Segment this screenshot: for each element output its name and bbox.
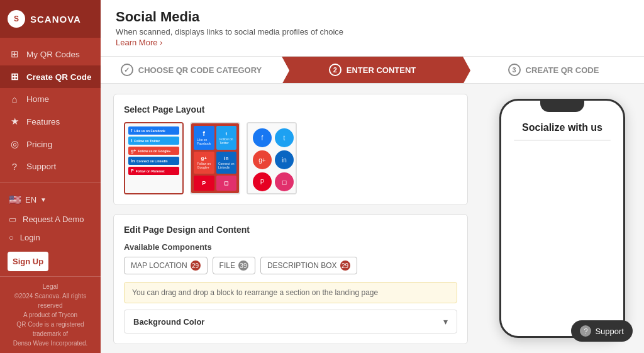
sidebar-logo: S SCANOVA (0, 0, 101, 38)
sidebar-item-label: Support (26, 162, 56, 171)
social-row-li: inConnect on LinkedIn (128, 157, 179, 165)
sidebar-item-label: My QR Codes (26, 50, 80, 59)
page-title: Social Media (116, 9, 629, 25)
l3-cell-ig: ◻ (275, 172, 294, 191)
step-3-label: CREATE QR CODE (526, 65, 599, 75)
file-badge: 39 (238, 261, 248, 271)
sidebar: S SCANOVA ⊞ My QR Codes ⊞ Create QR Code… (0, 0, 101, 353)
support-icon: ? (9, 161, 20, 172)
sidebar-nav: ⊞ My QR Codes ⊞ Create QR Code ⌂ Home ★ … (0, 38, 101, 182)
home-icon: ⌂ (9, 94, 20, 104)
step-3-circle: 3 (508, 64, 521, 76)
center-panel: Select Page Layout fLike us on Facebook … (101, 84, 480, 353)
available-components-label: Available Components (124, 242, 457, 252)
signup-button[interactable]: Sign Up (8, 252, 48, 271)
sidebar-item-label: Create QR Code (26, 72, 92, 82)
description-box-label: DESCRIPTION BOX (267, 261, 337, 270)
step-1-circle: ✓ (121, 64, 133, 76)
phone-content: Socialize with us (501, 101, 623, 336)
steps-bar: ✓ CHOOSE QR CODE CATEGORY 2 ENTER CONTEN… (101, 57, 644, 84)
support-help-icon: ? (580, 325, 591, 337)
layout-options: fLike us on Facebook tFollow on Twitter … (124, 122, 457, 194)
chevron-down-icon: ▼ (40, 196, 47, 203)
sidebar-item-request-demo[interactable]: ▭ Request A Demo (0, 210, 101, 228)
phone-preview-panel: Socialize with us (480, 84, 644, 353)
content-area: Select Page Layout fLike us on Facebook … (101, 84, 644, 353)
l3-cell-fb: f (253, 128, 272, 147)
sidebar-item-my-qr-codes[interactable]: ⊞ My QR Codes (0, 43, 101, 65)
l2-cell-tw: tFollow onTwitter (216, 126, 237, 150)
l2-cell-li: inConnect onLinkedIn (216, 152, 237, 174)
drag-info-text: You can drag and drop a block to rearran… (132, 288, 378, 297)
l3-cell-gg: g+ (253, 150, 272, 169)
copyright-text: ©2024 Scanova. All rights reserved (8, 291, 93, 310)
pricing-icon: ◎ (9, 138, 20, 150)
social-row-pt: PFollow on Pinterest (128, 167, 179, 175)
step-create-qr-code[interactable]: 3 CREATE QR CODE (463, 57, 644, 83)
grid-icon: ⊞ (9, 48, 20, 60)
map-location-badge: 29 (191, 261, 201, 271)
l3-cell-tw: t (275, 128, 294, 147)
support-button[interactable]: ? Support (571, 320, 633, 342)
sidebar-item-support[interactable]: ? Support (0, 155, 101, 177)
phone-mockup: Socialize with us (499, 99, 625, 338)
main-panel: ‹ Social Media When scanned, displays li… (101, 0, 644, 353)
l2-cell-pt: P (194, 176, 214, 191)
lang-label: EN (25, 195, 36, 205)
flag-icon: 🇺🇸 (9, 194, 21, 206)
demo-icon: ▭ (9, 215, 16, 224)
comp-tag-file[interactable]: FILE 39 (213, 257, 255, 274)
component-tags-list: MAP LOCATION 29 FILE 39 DESCRIPTION BOX … (124, 257, 457, 274)
sidebar-item-pricing[interactable]: ◎ Pricing (0, 133, 101, 155)
step-choose-category[interactable]: ✓ CHOOSE QR CODE CATEGORY (101, 57, 282, 83)
comp-tag-description-box[interactable]: DESCRIPTION BOX 29 (260, 257, 357, 274)
trademark-text: QR Code is a registered trademark of (8, 320, 93, 339)
sidebar-item-label: Home (26, 94, 49, 104)
step-2-circle: 2 (329, 64, 341, 76)
phone-subline (514, 140, 611, 141)
sidebar-item-label: Features (26, 117, 60, 126)
map-location-label: MAP LOCATION (131, 261, 187, 270)
layout-option-3[interactable]: f t g+ in P ◻ (247, 122, 297, 194)
trademark-text-2: Denso Wave Incorporated. (8, 339, 93, 348)
logo-text: SCANOVA (30, 14, 81, 25)
sidebar-item-label: Pricing (26, 140, 52, 149)
legal-link[interactable]: Legal (8, 282, 93, 291)
sidebar-footer: Legal ©2024 Scanova. All rights reserved… (0, 276, 101, 353)
comp-tag-map-location[interactable]: MAP LOCATION 29 (124, 257, 208, 274)
l2-cell-fb: fLike onFacebook (194, 126, 214, 150)
language-selector[interactable]: 🇺🇸 EN ▼ (0, 189, 101, 210)
login-icon: ○ (9, 233, 14, 242)
page-subtitle: When scanned, displays links to social m… (116, 27, 629, 36)
sidebar-item-features[interactable]: ★ Features (0, 110, 101, 133)
sidebar-item-home[interactable]: ⌂ Home (0, 88, 101, 110)
file-label: FILE (219, 261, 235, 270)
edit-section-title: Edit Page Design and Content (124, 225, 457, 235)
features-icon: ★ (9, 116, 20, 127)
layout-option-1[interactable]: fLike us on Facebook tFollow on Twitter … (124, 122, 184, 194)
phone-notch (540, 101, 584, 112)
sidebar-item-login[interactable]: ○ Login (0, 228, 101, 247)
l3-cell-li: in (275, 150, 294, 169)
login-label: Login (20, 233, 40, 242)
request-demo-label: Request A Demo (23, 215, 84, 224)
product-text: A product of Trycon (8, 310, 93, 320)
social-row-fb: fLike us on Facebook (128, 126, 179, 135)
chevron-down-icon: ▾ (443, 317, 448, 327)
background-color-accordion[interactable]: Background Color ▾ (124, 310, 457, 333)
available-components: Available Components MAP LOCATION 29 FIL… (124, 242, 457, 274)
l2-cell-ig: ◻ (216, 176, 237, 191)
description-box-badge: 29 (340, 261, 350, 271)
sidebar-item-create-qr-code[interactable]: ⊞ Create QR Code (0, 65, 101, 88)
learn-more-link[interactable]: Learn More › (116, 38, 162, 47)
l2-cell-gg: g+Follow onGoogle+ (194, 152, 214, 174)
page-header: Social Media When scanned, displays link… (101, 0, 644, 57)
support-label: Support (595, 327, 624, 336)
layout-option-2[interactable]: fLike onFacebook tFollow onTwitter g+Fol… (190, 122, 240, 194)
social-row-gg: g+Follow us on Google+ (128, 147, 179, 155)
edit-section: Edit Page Design and Content Available C… (113, 214, 468, 344)
layout-section: Select Page Layout fLike us on Facebook … (113, 94, 468, 205)
drag-info: You can drag and drop a block to rearran… (124, 282, 457, 303)
qr-icon: ⊞ (9, 71, 20, 82)
step-enter-content[interactable]: 2 ENTER CONTENT (282, 57, 463, 83)
